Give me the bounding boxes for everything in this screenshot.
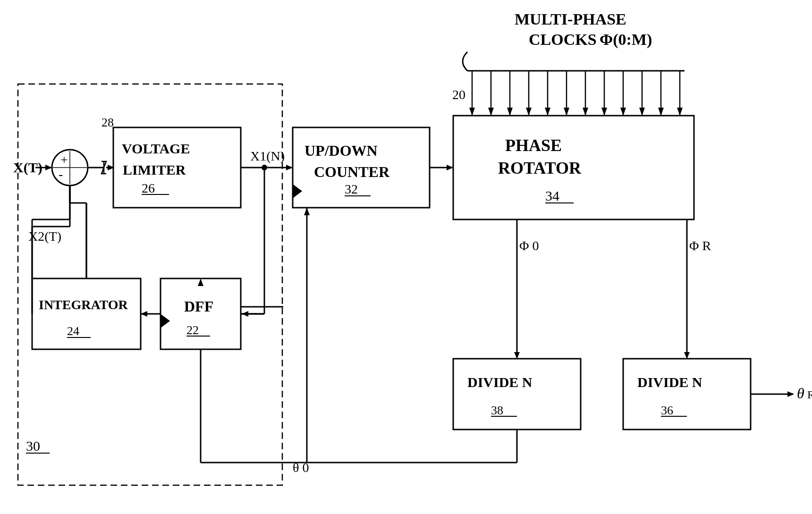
updown-label2: COUNTER — [314, 163, 390, 180]
svg-rect-32 — [32, 278, 141, 349]
thetaR-label: θ — [797, 385, 804, 402]
label-32: 32 — [345, 182, 358, 196]
phi0-label: Φ 0 — [519, 238, 539, 253]
svg-point-91 — [262, 165, 267, 170]
label-30: 30 — [26, 438, 40, 454]
svg-rect-0 — [0, 0, 812, 514]
thetaR-sub: R — [807, 388, 812, 401]
multi-phase-label: MULTI-PHASE — [515, 10, 626, 28]
dff-label: DFF — [184, 298, 213, 315]
label-36: 36 — [661, 404, 673, 417]
label-26: 26 — [142, 181, 155, 195]
block-diagram: MULTI-PHASE CLOCKS Φ(0:M) 20 PHASE ROTAT… — [0, 0, 812, 514]
clocks-label: CLOCKS — [529, 31, 597, 48]
label-34: 34 — [545, 188, 559, 203]
phase-rotator-label2: ROTATOR — [498, 159, 582, 177]
label-22: 22 — [186, 323, 199, 337]
svg-rect-38 — [623, 359, 751, 430]
label-20: 20 — [452, 87, 465, 102]
divide-n-36-label1: DIVIDE N — [637, 374, 702, 390]
integrator-label: INTEGRATOR — [39, 297, 128, 312]
phi-label: Φ(0:M) — [600, 31, 652, 49]
minus-sign: - — [59, 167, 63, 181]
x2t-label: X2(T) — [28, 229, 61, 244]
label-28: 28 — [102, 116, 114, 129]
updown-label1: UP/DOWN — [304, 142, 378, 159]
voltage-limiter-label2: LIMITER — [123, 162, 186, 177]
phiR-label: Φ R — [689, 238, 711, 253]
svg-rect-36 — [453, 359, 581, 430]
plus-sign: + — [60, 152, 68, 167]
divide-n-38-label1: DIVIDE N — [467, 374, 533, 390]
label-38: 38 — [491, 404, 503, 417]
label-24: 24 — [67, 324, 79, 338]
x1n-label: X1(N) — [250, 149, 285, 163]
voltage-limiter-label1: VOLTAGE — [122, 141, 190, 156]
phase-rotator-label: PHASE — [505, 136, 562, 155]
